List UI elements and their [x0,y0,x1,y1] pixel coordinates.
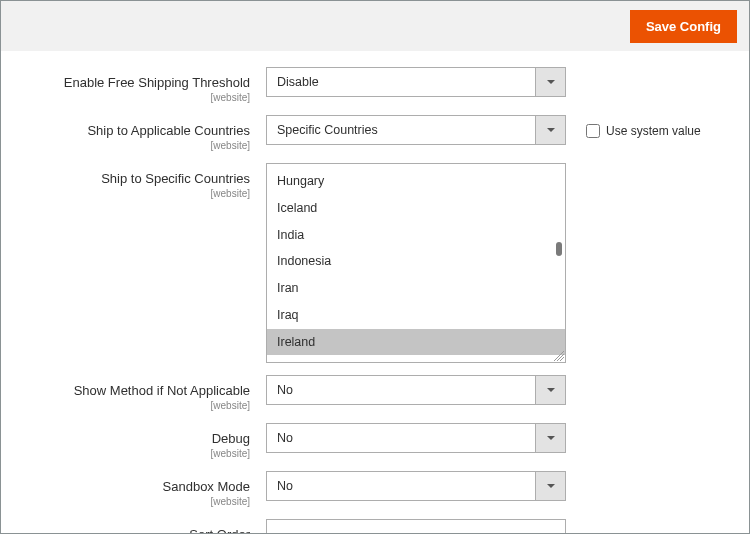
label-show-method: Show Method if Not Applicable [74,383,250,398]
label-free-shipping: Enable Free Shipping Threshold [64,75,250,90]
field-sort-order: Sort Order [website] [21,519,729,534]
label-sort-order: Sort Order [189,527,250,534]
resize-handle-icon[interactable] [554,351,564,361]
select-value: Specific Countries [267,123,535,137]
use-system-value-wrap: Use system value [566,115,701,141]
field-debug: Debug [website] No [21,423,729,459]
select-applicable-countries[interactable]: Specific Countries [266,115,566,145]
use-system-value-label: Use system value [606,124,701,138]
country-option[interactable]: Iran [267,275,565,302]
scope-label: [website] [21,400,250,411]
dropdown-caret-box [535,472,565,500]
scrollbar[interactable] [556,168,562,358]
country-option[interactable]: Iceland [267,195,565,222]
field-specific-countries: Ship to Specific Countries [website] Hun… [21,163,729,363]
select-value: No [267,383,535,397]
field-applicable-countries: Ship to Applicable Countries [website] S… [21,115,729,151]
scope-label: [website] [21,92,250,103]
scope-label: [website] [21,188,250,199]
label-sandbox-mode: Sandbox Mode [163,479,250,494]
select-value: No [267,431,535,445]
country-option[interactable]: Hungary [267,168,565,195]
scope-label: [website] [21,140,250,151]
select-value: Disable [267,75,535,89]
chevron-down-icon [547,484,555,488]
country-option[interactable]: Indonesia [267,248,565,275]
scrollbar-thumb[interactable] [556,242,562,256]
dropdown-caret-box [535,68,565,96]
field-show-method: Show Method if Not Applicable [website] … [21,375,729,411]
chevron-down-icon [547,80,555,84]
field-free-shipping-threshold: Enable Free Shipping Threshold [website]… [21,67,729,103]
select-free-shipping[interactable]: Disable [266,67,566,97]
toolbar: Save Config [1,1,749,51]
select-show-method[interactable]: No [266,375,566,405]
chevron-down-icon [547,436,555,440]
chevron-down-icon [547,388,555,392]
label-specific-countries: Ship to Specific Countries [101,171,250,186]
config-panel: Save Config Enable Free Shipping Thresho… [0,0,750,534]
scope-label: [website] [21,448,250,459]
dropdown-caret-box [535,116,565,144]
country-option[interactable]: Isle of Man [267,355,565,363]
label-debug: Debug [212,431,250,446]
select-debug[interactable]: No [266,423,566,453]
scope-label: [website] [21,496,250,507]
country-option[interactable]: Ireland [267,329,565,356]
multiselect-specific-countries[interactable]: HungaryIcelandIndiaIndonesiaIranIraqIrel… [266,163,566,363]
label-applicable-countries: Ship to Applicable Countries [87,123,250,138]
form-area: Enable Free Shipping Threshold [website]… [1,51,749,534]
dropdown-caret-box [535,376,565,404]
field-sandbox-mode: Sandbox Mode [website] No [21,471,729,507]
use-system-value-checkbox[interactable] [586,124,600,138]
select-sandbox-mode[interactable]: No [266,471,566,501]
country-option[interactable]: Iraq [267,302,565,329]
dropdown-caret-box [535,424,565,452]
country-option[interactable]: India [267,222,565,249]
chevron-down-icon [547,128,555,132]
save-config-button[interactable]: Save Config [630,10,737,43]
select-value: No [267,479,535,493]
input-sort-order[interactable] [266,519,566,534]
